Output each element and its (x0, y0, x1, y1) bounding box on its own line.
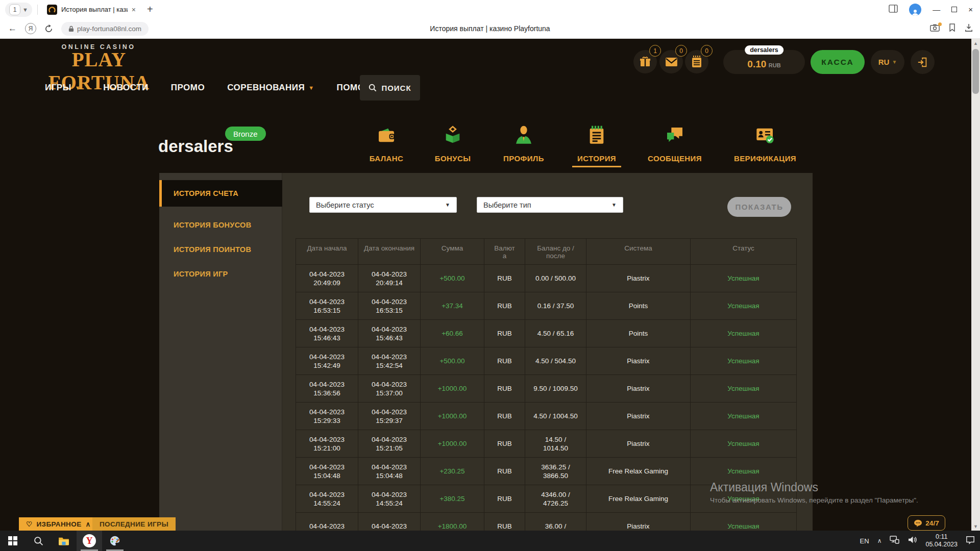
events-button[interactable]: 0 (685, 50, 708, 73)
favorites-bar[interactable]: ♡ ИЗБРАННОЕ ∧ (19, 517, 98, 531)
windows-logo-icon (8, 536, 17, 545)
back-icon[interactable]: ← (8, 23, 17, 34)
balance-amount: 0.10 (747, 59, 766, 69)
sidebar-item-bonus-history[interactable]: ИСТОРИЯ БОНУСОВ (159, 213, 282, 237)
status-select[interactable]: Выберите статус ▼ (309, 197, 457, 213)
table-row: 04-04-202315:46:43 04-04-202315:46:43 +6… (296, 320, 797, 347)
tray-expand-icon[interactable]: ∧ (877, 537, 882, 544)
balance-widget[interactable]: dersalers 0.10 RUB (723, 50, 805, 74)
favorites-label: ИЗБРАННОЕ (37, 520, 82, 528)
history-panel: ИСТОРИЯ СЧЕТА ИСТОРИЯ БОНУСОВ ИСТОРИЯ ПО… (159, 173, 813, 531)
sidebar-item-account-history[interactable]: ИСТОРИЯ СЧЕТА (159, 180, 282, 207)
collapse-chevron-icon: ∧ (86, 520, 91, 528)
tab-title: История выплат | казин (61, 6, 128, 13)
lock-icon (68, 26, 74, 32)
search-icon (369, 84, 377, 92)
tab-profile[interactable]: ПРОФИЛЬ (485, 124, 562, 163)
bookmark-flag-icon[interactable] (949, 23, 955, 34)
nav-games[interactable]: ИГРЫ▼ (45, 83, 81, 93)
profile-avatar[interactable] (909, 4, 921, 16)
new-tab-button[interactable]: + (147, 4, 153, 15)
support-chat-label: 24/7 (925, 519, 939, 527)
minimize-button[interactable]: — (933, 5, 940, 14)
yandex-browser-button[interactable]: Y (77, 531, 102, 551)
logout-button[interactable] (911, 50, 935, 74)
page-scrollbar[interactable]: ▲ ▼ (971, 39, 980, 531)
support-chat-button[interactable]: 24/7 (908, 515, 945, 531)
chevron-down-icon: ▼ (75, 85, 81, 91)
screenshot-icon[interactable] (930, 24, 940, 34)
tab-group-count[interactable]: 1 (9, 4, 20, 15)
table-row: 04-04-202315:36:56 04-04-202315:37:00 +1… (296, 375, 797, 403)
search-label: ПОИСК (381, 84, 411, 92)
chat-icon (636, 124, 713, 145)
type-select-value: Выберите тип (483, 201, 531, 209)
browser-tab[interactable]: История выплат | казин × (43, 2, 140, 17)
chat-bubble-icon (914, 519, 922, 527)
gifts-button[interactable]: 1 (633, 50, 657, 73)
close-icon[interactable]: × (132, 6, 136, 14)
messages-button[interactable]: 0 (659, 50, 683, 73)
table-row: 04-04-202315:21:00 04-04-202315:21:05 +1… (296, 430, 797, 458)
taskbar-search-button[interactable] (26, 531, 51, 551)
start-button[interactable] (0, 531, 26, 551)
scroll-down-icon[interactable]: ▼ (971, 522, 980, 531)
status-select-value: Выберите статус (316, 201, 374, 209)
side-panel-icon[interactable] (889, 5, 898, 15)
show-button[interactable]: ПОКАЗАТЬ (727, 197, 791, 217)
id-card-icon (727, 124, 803, 145)
keyboard-language[interactable]: EN (860, 537, 869, 545)
events-icon (691, 56, 702, 68)
chevron-down-icon: ▼ (445, 202, 450, 208)
scroll-up-icon[interactable]: ▲ (971, 39, 980, 47)
chevron-down-icon[interactable]: ▼ (22, 7, 28, 13)
windows-taskbar: Y EN ∧ 0:11 05.04.2023 (0, 531, 980, 551)
tab-messages[interactable]: СООБЩЕНИЯ (636, 124, 713, 163)
windows-activation-watermark-sub: Чтобы активировать Windows, перейдите в … (710, 496, 918, 504)
col-start-date: Дата начала (296, 239, 358, 265)
search-button[interactable]: ПОИСК (360, 75, 420, 101)
recent-games-bar[interactable]: ПОСЛЕДНИЕ ИГРЫ (92, 517, 176, 531)
sidebar-item-points-history[interactable]: ИСТОРИЯ ПОИНТОВ (159, 237, 282, 262)
yandex-browser-icon: Y (83, 534, 96, 547)
table-row: 04-04-202320:49:09 04-04-202320:49:14 +5… (296, 265, 797, 292)
tab-verification[interactable]: ВЕРИФИКАЦИЯ (727, 124, 803, 163)
tab-history[interactable]: ИСТОРИЯ (558, 124, 635, 167)
window-close-button[interactable]: × (968, 5, 973, 14)
type-select[interactable]: Выберите тип ▼ (477, 197, 623, 213)
yandex-home-icon[interactable]: Я (25, 23, 36, 34)
language-label: RU (878, 58, 890, 66)
table-row: 04-04-202315:42:49 04-04-202315:42:54 +5… (296, 347, 797, 375)
gifts-count-badge: 1 (649, 45, 661, 57)
header-username: dersalers (745, 45, 783, 55)
casino-page: ONLINE CASINO PLAY FORTUNA 1 0 0 dersale… (0, 39, 971, 531)
tab-strip: 1 ▼ История выплат | казин × + — × (0, 0, 980, 19)
chevron-down-icon: ▼ (308, 85, 314, 91)
taskbar-clock[interactable]: 0:11 05.04.2023 (925, 533, 958, 548)
network-icon[interactable] (890, 536, 899, 546)
tab-bonuses[interactable]: БОНУСЫ (414, 124, 491, 163)
address-bar: ← Я play-fortuna08nl.com История выплат … (0, 19, 980, 39)
nav-news[interactable]: НОВОСТИ (103, 83, 149, 93)
scrollbar-thumb[interactable] (972, 49, 979, 94)
nav-tournaments[interactable]: СОРЕВНОВАНИЯ▼ (227, 83, 314, 93)
maximize-button[interactable] (951, 7, 957, 12)
balance-currency: RUB (769, 62, 781, 68)
action-center-icon[interactable] (966, 536, 975, 546)
file-explorer-button[interactable] (51, 531, 77, 551)
main-navigation: ИГРЫ▼ НОВОСТИ ПРОМО СОРЕВНОВАНИЯ▼ ПОМОЩЬ (45, 75, 380, 101)
nav-promo[interactable]: ПРОМО (171, 83, 205, 93)
chevron-down-icon: ▼ (611, 202, 617, 208)
reload-icon[interactable] (44, 24, 53, 33)
language-selector[interactable]: RU ▼ (871, 50, 904, 74)
paint-button[interactable] (102, 531, 128, 551)
volume-icon[interactable] (908, 536, 917, 546)
divider (37, 5, 38, 15)
sidebar-item-games-history[interactable]: ИСТОРИЯ ИГР (159, 262, 282, 286)
download-icon[interactable] (965, 23, 973, 34)
tab-group-pill[interactable]: 1 ▼ (5, 3, 32, 17)
tab-balance[interactable]: БАЛАНС (348, 124, 425, 163)
cashier-button[interactable]: КАССА (811, 50, 865, 74)
table-header-row: Дата начала Дата окончания Сумма Валюта … (296, 239, 797, 265)
url-field[interactable]: play-fortuna08nl.com (61, 22, 149, 36)
